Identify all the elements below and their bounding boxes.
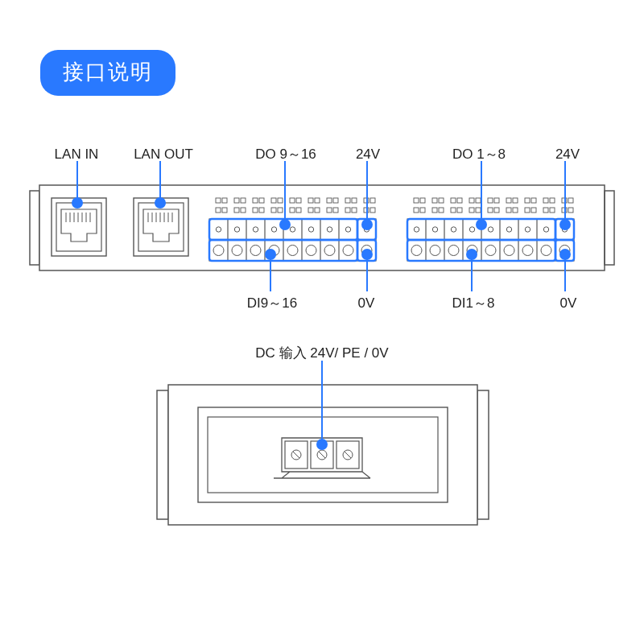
svg-rect-168 — [157, 390, 168, 519]
svg-rect-169 — [477, 390, 489, 519]
terminal-block-2 — [407, 219, 574, 261]
svg-rect-1 — [30, 191, 39, 265]
svg-rect-3 — [605, 191, 614, 265]
front-panel — [30, 185, 614, 270]
diagram-svg — [0, 0, 644, 644]
terminal-block-1 — [209, 219, 376, 261]
